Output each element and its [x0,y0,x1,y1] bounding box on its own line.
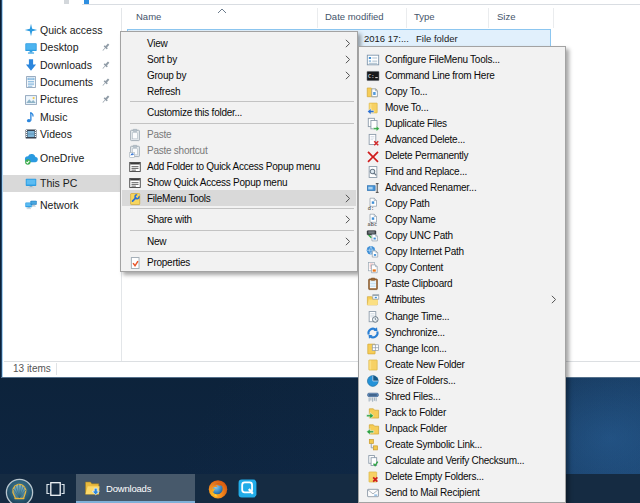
menu-item-delete-empty-folders[interactable]: Delete Empty Folders... [360,469,564,485]
copy-path-icon: d: [366,197,379,210]
menu-item-paste-shortcut[interactable]: Paste shortcut [122,142,356,158]
menu-item-copy-content[interactable]: Copy Content [360,260,564,276]
menu-item-label: Copy Content [385,262,443,273]
menu-item-label: Command Line from Here [385,70,495,81]
menu-item-customize-this-folder[interactable]: Customize this folder... [122,105,356,121]
quick-access-popup-icon[interactable] [238,479,257,498]
copy-to-folder-icon [366,85,379,98]
menu-item-advanced-delete[interactable]: Advanced Delete... [360,131,564,147]
menu-item-label: Advanced Delete... [385,134,465,145]
menu-item-create-symbolic-link[interactable]: Create Symbolic Link... [360,437,564,453]
menu-item-label: Customize this folder... [147,107,242,118]
menu-item-attributes[interactable]: Attributes [360,292,564,308]
menu-item-copy-path[interactable]: d:Copy Path [360,196,564,212]
column-separator[interactable] [553,8,554,28]
menu-item-label: Delete Permanently [385,150,468,161]
sidebar-item-music[interactable]: Music [3,109,121,126]
menu-item-change-icon[interactable]: Change Icon... [360,340,564,356]
menu-item-duplicate-files[interactable]: Duplicate Files [360,115,564,131]
menu-item-copy-unc-path[interactable]: Copy UNC Path [360,228,564,244]
firefox-icon[interactable] [207,478,229,500]
picture-frame-icon [24,93,38,107]
menu-item-refresh[interactable]: Refresh [122,83,356,99]
menu-item-sort-by[interactable]: Sort by [122,51,356,67]
checksum-check-icon [366,454,379,467]
sidebar-item-documents[interactable]: Documents [3,74,121,91]
network-computers-icon [24,198,38,212]
copy-unc-path-icon [366,229,379,242]
menu-item-filemenu-tools[interactable]: FileMenu Tools [122,190,356,206]
menu-item-paste-clipboard[interactable]: Paste Clipboard [360,276,564,292]
sidebar-item-label: Documents [40,74,93,91]
menu-item-label: Create New Folder [385,359,465,370]
menu-item-label: FileMenu Tools [147,193,211,204]
sidebar-item-quick-access[interactable]: Quick access [3,22,121,39]
menu-item-label: Share with [147,214,192,225]
menu-item-paste[interactable]: Paste [122,126,356,142]
taskbar-button-downloads[interactable]: Downloads [76,474,195,503]
sidebar-item-onedrive[interactable]: OneDrive [3,150,121,167]
menu-item-copy-internet-path[interactable]: Copy Internet Path [360,244,564,260]
menu-item-advanced-renamer[interactable]: Advanced Renamer... [360,180,564,196]
menu-item-send-to-mail-recipient[interactable]: Send to Mail Recipient [360,485,564,501]
menu-item-show-quick-access-popup-menu[interactable]: Show Quick Access Popup menu [122,174,356,190]
menu-item-view[interactable]: View [122,35,356,51]
menu-item-shred-files[interactable]: Shred Files... [360,388,564,404]
menu-item-add-folder-to-quick-access-popup-menu[interactable]: Add Folder to Quick Access Popup menu [122,158,356,174]
menu-item-find-and-replace[interactable]: Find and Replace... [360,163,564,179]
menu-item-copy-to[interactable]: Copy To... [360,83,564,99]
column-separator[interactable] [317,8,318,28]
address-bar-fragment [64,0,69,4]
menu-item-label: Size of Folders... [385,375,456,386]
menu-item-delete-permanently[interactable]: Delete Permanently [360,147,564,163]
column-separator[interactable] [488,8,489,28]
pushpin-icon [100,60,111,71]
start-button[interactable] [5,478,34,503]
menu-item-unpack-folder[interactable]: Unpack Folder [360,420,564,436]
column-header-name[interactable]: Name [136,11,161,22]
menu-item-calculate-and-verify-checksum[interactable]: Calculate and Verify Checksum... [360,453,564,469]
document-file-icon [24,75,38,89]
sidebar-item-label: Downloads [40,57,92,74]
menu-item-change-time[interactable]: Change Time... [360,308,564,324]
task-view-button[interactable] [46,482,65,496]
menu-item-copy-name[interactable]: abcCopy Name [360,212,564,228]
column-separator[interactable] [406,8,407,28]
submenu-arrow-icon [345,237,351,246]
download-arrow-icon [24,58,38,72]
menu-item-new[interactable]: New [122,233,356,249]
menu-item-group-by[interactable]: Group by [122,67,356,83]
menu-item-pack-to-folder[interactable]: Pack to Folder [360,404,564,420]
sidebar-item-videos[interactable]: Videos [3,126,121,143]
menu-item-move-to[interactable]: Move To... [360,99,564,115]
menu-item-create-new-folder[interactable]: Create New Folder [360,356,564,372]
cell-type: File folder [416,33,458,44]
sidebar-item-label: Network [40,197,79,214]
sidebar-item-label: Quick access [40,22,102,39]
sidebar-item-this-pc[interactable]: This PC [3,175,121,192]
menu-item-label: Group by [147,70,186,81]
column-header-type[interactable]: Type [414,11,435,22]
menu-item-share-with[interactable]: Share with [122,212,356,228]
column-header-date-modified[interactable]: Date modified [325,11,384,22]
sidebar-item-downloads[interactable]: Downloads [3,57,121,74]
paste-clipboard-icon [366,277,379,290]
menu-item-label: New [147,236,166,247]
menu-item-configure-filemenu-tools[interactable]: Configure FileMenu Tools... [360,51,564,67]
pack-folder-icon [366,406,379,419]
shredder-icon [366,390,379,403]
menu-item-properties[interactable]: Properties [122,255,356,271]
menu-item-label: Unpack Folder [385,423,447,434]
change-time-icon [366,310,379,323]
sidebar-item-pictures[interactable]: Pictures [3,91,121,108]
column-header-size[interactable]: Size [497,11,515,22]
menu-item-command-line-from-here[interactable]: C:Command Line from Here [360,67,564,83]
submenu-arrow-icon [345,71,351,80]
sidebar-item-network[interactable]: Network [3,197,121,214]
menu-item-synchronize[interactable]: Synchronize... [360,324,564,340]
menu-item-label: Synchronize... [385,327,445,338]
menu-item-size-of-folders[interactable]: Size of Folders... [360,372,564,388]
sidebar-item-desktop[interactable]: Desktop [3,39,121,56]
filemenu-tools-submenu: Configure FileMenu Tools...C:Command Lin… [358,46,566,503]
desktop-monitor-icon [24,41,38,55]
